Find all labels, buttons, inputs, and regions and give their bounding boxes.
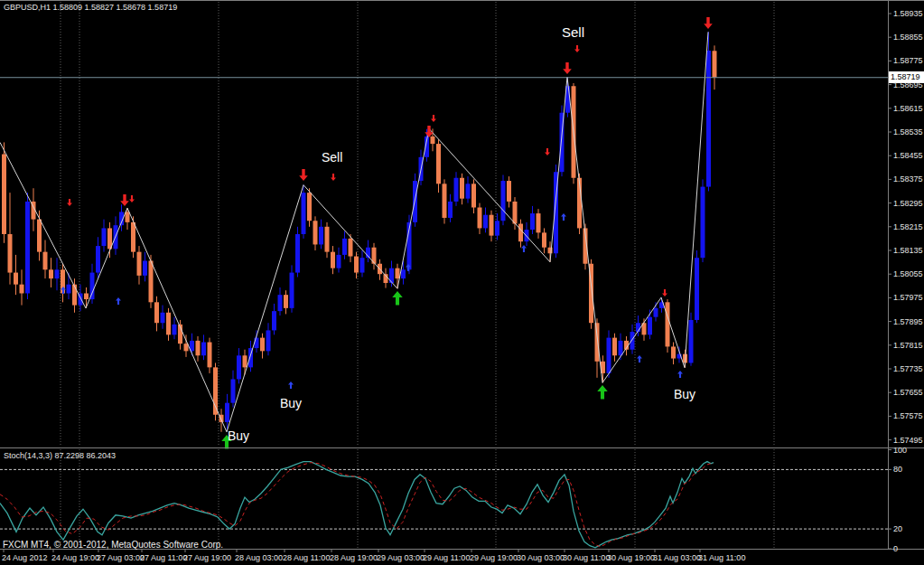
candle xyxy=(149,260,154,302)
candle xyxy=(14,273,18,285)
sell-arrow-icon xyxy=(331,174,336,181)
time-axis-label: 29 Aug 03:00 xyxy=(377,553,425,563)
candle xyxy=(630,332,635,350)
price-axis-label: 1.58855 xyxy=(893,33,923,42)
time-axis-label: 28 Aug 03:00 xyxy=(235,553,283,563)
sell-arrow-icon xyxy=(431,115,436,122)
stoch-k-line xyxy=(0,462,714,548)
buy-arrow-icon xyxy=(597,385,608,400)
candle xyxy=(466,184,471,198)
candle xyxy=(20,285,24,294)
candle xyxy=(513,202,518,224)
candle xyxy=(284,295,288,308)
buy-signal-label: Buy xyxy=(228,428,249,443)
candle xyxy=(325,227,330,252)
candle xyxy=(137,252,142,276)
time-axis-label: 30 Aug 03:00 xyxy=(517,553,565,563)
candle xyxy=(49,269,53,278)
candle xyxy=(483,215,488,229)
buy-arrow-icon xyxy=(392,291,403,306)
candle xyxy=(2,155,6,234)
price-axis-label: 1.57575 xyxy=(893,411,923,421)
candle xyxy=(8,234,13,273)
candle xyxy=(237,355,241,379)
buy-arrow-icon xyxy=(637,355,642,363)
candle xyxy=(654,308,658,317)
candle xyxy=(495,221,499,235)
main-chart-canvas[interactable] xyxy=(0,0,924,565)
candle xyxy=(460,178,464,199)
candle xyxy=(671,346,676,358)
candle xyxy=(154,302,159,323)
buy-arrow-icon xyxy=(116,297,121,305)
candle xyxy=(231,379,236,402)
candle xyxy=(619,341,623,355)
candle xyxy=(196,341,201,355)
sell-signal-label: Sell xyxy=(322,150,342,165)
candle xyxy=(542,232,546,247)
time-axis-label: 24 Aug 19:00 xyxy=(51,553,99,563)
candle xyxy=(72,285,77,306)
candle xyxy=(478,208,482,229)
candle xyxy=(507,181,511,202)
time-axis-label: 29 Aug 19:00 xyxy=(470,553,518,563)
price-axis-label: 1.57815 xyxy=(893,341,923,351)
buy-arrow-icon xyxy=(677,371,683,378)
candle xyxy=(272,311,276,330)
candle xyxy=(595,323,600,362)
buy-arrow-icon xyxy=(288,381,294,389)
time-axis-label: 31 Aug 11:00 xyxy=(698,553,745,563)
price-axis-label: 1.58055 xyxy=(893,269,923,279)
candle xyxy=(518,224,523,242)
candle xyxy=(131,222,135,252)
candle xyxy=(501,181,506,221)
price-axis-label: 1.58295 xyxy=(893,199,923,209)
buy-arrow-icon xyxy=(561,213,566,221)
candle xyxy=(55,269,60,278)
candle xyxy=(96,246,100,272)
candle xyxy=(706,51,711,187)
candle xyxy=(266,330,271,351)
price-axis-label: 1.58775 xyxy=(893,56,923,66)
candle xyxy=(126,212,130,221)
candle xyxy=(37,220,42,252)
candle xyxy=(401,269,406,278)
sell-signal-label: Sell xyxy=(562,24,584,40)
time-axis-label: 27 Aug 11:00 xyxy=(140,553,187,563)
candle xyxy=(143,260,147,275)
candle xyxy=(331,252,335,268)
sell-arrow-icon xyxy=(299,169,308,181)
candle xyxy=(213,367,218,414)
chart-window: { "window_title": "GBPUSD,H1 1.58809 1.5… xyxy=(0,0,924,565)
candle xyxy=(354,257,359,273)
candle xyxy=(243,355,247,367)
time-axis-label: 31 Aug 03:00 xyxy=(653,553,701,563)
stoch-axis-label: 20 xyxy=(893,524,902,534)
candle xyxy=(25,202,30,294)
buy-signal-label: Buy xyxy=(674,387,695,401)
price-axis-label: 1.58695 xyxy=(893,80,923,90)
candle xyxy=(666,302,670,346)
candle xyxy=(90,273,95,299)
sell-arrow-icon xyxy=(120,194,129,206)
time-axis-label: 28 Aug 19:00 xyxy=(330,553,378,563)
candle xyxy=(84,293,89,299)
candle xyxy=(166,313,171,335)
candle xyxy=(360,258,365,272)
price-axis-label: 1.57655 xyxy=(893,388,923,398)
candle xyxy=(436,144,441,184)
time-axis-label: 29 Aug 11:00 xyxy=(423,553,470,563)
candle xyxy=(701,187,705,259)
time-axis-label: 27 Aug 19:00 xyxy=(183,553,231,563)
sell-arrow-icon xyxy=(704,17,713,29)
candle xyxy=(208,343,212,368)
candle xyxy=(201,343,206,356)
candle xyxy=(173,325,177,334)
sell-arrow-icon xyxy=(563,62,572,74)
time-axis-label: 30 Aug 19:00 xyxy=(607,553,655,563)
price-axis-label: 1.57895 xyxy=(893,317,923,327)
candle xyxy=(290,273,294,308)
price-axis-label: 1.58455 xyxy=(893,151,923,161)
price-axis-label: 1.58615 xyxy=(893,104,923,114)
candle xyxy=(302,193,306,234)
